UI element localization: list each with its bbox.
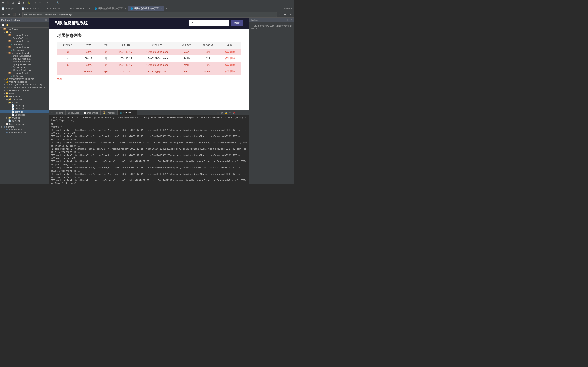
- tree-team-manage10[interactable]: ▶ 🖥 team-manage1.0: [0, 131, 49, 134]
- edit-link[interactable]: 修改: [225, 63, 229, 66]
- toolbar-btn-2[interactable]: ⬛: [6, 1, 10, 5]
- collapse-all-btn[interactable]: ⤵: [10, 23, 14, 27]
- new-folder-btn[interactable]: 📁: [5, 23, 9, 27]
- tree-update-jsp[interactable]: ▶ 📄 update.jsp: [0, 113, 49, 116]
- console-clear-btn[interactable]: 🗑: [220, 111, 224, 115]
- outline-tab-close[interactable]: ✕: [291, 7, 292, 9]
- tab-update-jsp[interactable]: 📄 update.jsp ✕: [20, 6, 42, 11]
- tree-servers[interactable]: ▶ 🖥 Servers: [0, 125, 49, 128]
- toolbar-btn-3[interactable]: ◻: [11, 1, 15, 5]
- tree-insert-jsp[interactable]: ▶ 📄 insert.jsp: [0, 107, 49, 110]
- edit-link[interactable]: 修改: [225, 50, 229, 53]
- tree-queryservlet[interactable]: ▶ J QueryServlet.java: [0, 63, 49, 66]
- forward-button[interactable]: ▶: [7, 12, 11, 17]
- tree-dao-pkg[interactable]: ▼ 📦 edu.neusoft.dao: [0, 34, 49, 37]
- tab-problems[interactable]: ⚠ Problems: [49, 110, 66, 115]
- tree-team-java[interactable]: ▶ J Team.java: [0, 43, 49, 45]
- tab-team-main2[interactable]: 🌐 球队信息管理系统主页面 ✕: [129, 6, 164, 11]
- tree-pages[interactable]: ▼ 📁 pages: [0, 101, 49, 104]
- stop-button[interactable]: ⬛: [12, 12, 16, 17]
- tree-service-pkg[interactable]: ▼ 📦 edu.neusoft.service: [0, 45, 49, 49]
- url-input[interactable]: [22, 12, 277, 17]
- delete-link[interactable]: 删除: [230, 63, 235, 66]
- toolbar-btn-4[interactable]: ⚙: [33, 1, 38, 5]
- tree-index-jsp[interactable]: ▶ 📄 index.jsp: [0, 119, 49, 122]
- tree-web-inf[interactable]: ▶ 📁 WEB-INF: [0, 116, 49, 119]
- external-button[interactable]: ↗: [288, 12, 293, 17]
- web-search-button[interactable]: 搜索: [231, 20, 243, 26]
- toolbar-btn-debug[interactable]: 🐛: [27, 1, 31, 5]
- toolbar-btn-7[interactable]: ↪: [49, 1, 54, 5]
- console-pin-btn[interactable]: 📌: [232, 111, 236, 115]
- tree-project-root[interactable]: ▼ 📦 LevelProject: [0, 27, 49, 31]
- tree-dbutil[interactable]: ▶ J DBUtil.java: [0, 75, 49, 77]
- tab-team-jsp-close[interactable]: ✕: [16, 7, 17, 9]
- toolbar-btn-5[interactable]: ☰: [38, 1, 43, 5]
- tree-deleteservlet[interactable]: ▶ J DeleteServlet.java: [0, 54, 49, 57]
- tree-webcontent[interactable]: ▼ 📁 WebContent: [0, 95, 49, 98]
- dropdown-button[interactable]: ▼: [278, 12, 282, 17]
- panel-minimize-btn[interactable]: —: [41, 18, 44, 22]
- outline-tab[interactable]: Outline ✕: [281, 6, 294, 11]
- tree-build[interactable]: ▶ 📁 build: [0, 92, 49, 95]
- tab-team-jsp[interactable]: 📄 team.jsp ✕: [0, 6, 20, 11]
- tab-deleteservlet[interactable]: J DeleteServlet.j... ✕: [66, 6, 93, 11]
- tab-deleteservlet-close[interactable]: ✕: [89, 7, 90, 9]
- tab-team-main1-close[interactable]: ✕: [125, 7, 126, 9]
- tree-webinf-lib[interactable]: ▶ 🗂 WebContent/WEB-INF/lib: [0, 77, 49, 80]
- edit-link[interactable]: 修改: [225, 70, 229, 73]
- console-minimize-btn[interactable]: —: [241, 111, 244, 115]
- console-tab-close[interactable]: ✕: [133, 111, 135, 114]
- tree-updateservlet[interactable]: ▶ J UpdateServlet.java: [0, 69, 49, 72]
- delete-link[interactable]: 删除: [230, 50, 235, 53]
- toolbar-btn-1[interactable]: ◀▶: [1, 1, 5, 5]
- tab-team-main2-close[interactable]: ✕: [160, 7, 162, 9]
- tree-delete-jsp[interactable]: ▶ 📄 delete.jsp: [0, 104, 49, 107]
- tree-teamdao[interactable]: ▶ J TeamDAO.java: [0, 37, 49, 40]
- tree-servlet-pkg[interactable]: ▼ 📦 edu.neusoft.servlet: [0, 51, 49, 54]
- tree-tomcat-lib[interactable]: ▶ 🗂 Apache Tomcat v8.5 [Apache Tomca...: [0, 86, 49, 89]
- tab-teamdao-java-close[interactable]: ✕: [62, 7, 64, 9]
- tree-model-pkg[interactable]: ▼ 📦 edu.neusoft.model: [0, 40, 49, 43]
- tab-team-main1[interactable]: 🌐 球队信息管理系统主页面 ✕: [93, 6, 129, 11]
- tree-meta-inf[interactable]: ▶ 📁 META-INF: [0, 98, 49, 101]
- tab-javadoc[interactable]: @ Javadoc: [66, 110, 81, 115]
- console-scroll-lock-btn[interactable]: 🔒: [224, 111, 228, 115]
- tree-mainservlet[interactable]: ▶ J MainServlet.java: [0, 60, 49, 63]
- tab-progress[interactable]: ⏳ Progress: [101, 110, 118, 115]
- toolbar-btn-save[interactable]: 💾: [17, 1, 21, 5]
- toolbar-search-btn[interactable]: 🔍: [56, 1, 60, 5]
- tab-extra[interactable]: 51: [164, 6, 170, 11]
- console-settings-btn[interactable]: ⚙: [236, 111, 240, 115]
- go-button[interactable]: ▶: [283, 12, 287, 17]
- tree-until-pkg[interactable]: ▼ 📦 edu.neusoft.until: [0, 72, 49, 75]
- tab-update-jsp-close[interactable]: ✕: [37, 7, 39, 9]
- tab-teamdao-java[interactable]: J TeamDAO.java ✕: [41, 6, 66, 11]
- tab-declaration[interactable]: 📋 Declaration: [81, 110, 101, 115]
- panel-maximize-btn[interactable]: □: [44, 18, 48, 22]
- outline-minimize-btn[interactable]: —: [282, 18, 285, 22]
- add-player-link[interactable]: 添加: [57, 77, 62, 81]
- tree-service-java[interactable]: ▶ J Service.java: [0, 49, 49, 51]
- outline-close-btn[interactable]: ✕: [290, 18, 293, 22]
- bookmark-button[interactable]: ★: [17, 12, 22, 17]
- outline-maximize-btn[interactable]: □: [286, 18, 289, 22]
- toolbar-btn-6[interactable]: ↩: [44, 1, 49, 5]
- new-file-btn[interactable]: 📄: [1, 23, 5, 27]
- tree-team-jsp[interactable]: ▶ 📄 team.jsp: [0, 110, 49, 113]
- tree-team-manage[interactable]: ▶ 🖥 team-manage: [0, 128, 49, 131]
- tree-levelproject-iml[interactable]: ▶ 📋 LevelProject.iml: [0, 122, 49, 125]
- web-search-input[interactable]: [189, 20, 229, 26]
- tree-src[interactable]: ▼ 📁 src: [0, 31, 49, 34]
- delete-link[interactable]: 删除: [230, 57, 235, 60]
- edit-link[interactable]: 修改: [225, 57, 229, 60]
- console-stop-btn[interactable]: ⬛: [216, 111, 220, 115]
- tab-console[interactable]: 📺 Console ✕: [118, 110, 137, 115]
- delete-link[interactable]: 删除: [230, 70, 235, 73]
- toolbar-btn-run[interactable]: ▶: [22, 1, 26, 5]
- console-maximize-btn[interactable]: □: [245, 111, 248, 115]
- tree-ref-libs[interactable]: ▶ 🗂 Referenced Libraries: [0, 89, 49, 92]
- back-button[interactable]: ◀: [1, 12, 6, 17]
- tree-insertservlet[interactable]: ▶ J InsertServlet.java: [0, 57, 49, 60]
- tree-webapp-libs[interactable]: ▶ 🗂 Web App Libraries: [0, 80, 49, 83]
